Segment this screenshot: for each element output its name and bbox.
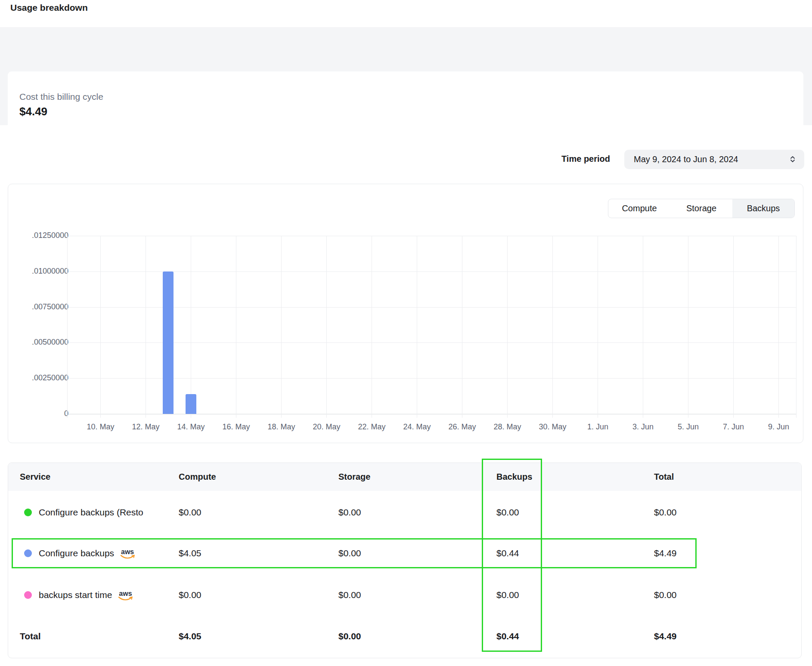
billing-cycle-card: Cost this billing cycle $4.49 <box>8 71 803 137</box>
y-axis-label: .00500000 <box>21 338 68 347</box>
cost-cell-compute: $0.00 <box>179 590 201 600</box>
usage-bar-13-May[interactable] <box>163 271 174 414</box>
series-color-dot <box>24 509 32 516</box>
x-axis-label: 20. May <box>304 422 349 432</box>
total-cell-total: $4.49 <box>654 631 677 641</box>
tab-compute[interactable]: Compute <box>608 199 670 218</box>
gridline-x-4 <box>281 236 282 418</box>
time-period-select[interactable]: May 9, 2024 to Jun 8, 2024 <box>624 150 804 169</box>
usage-chart-card: ComputeStorageBackups .01250000.01000000… <box>8 184 803 443</box>
gridline-x-8 <box>462 236 462 418</box>
gridline-x-11 <box>598 236 598 418</box>
gridline-x-1 <box>146 236 146 418</box>
x-axis-label: 1. Jun <box>575 422 620 432</box>
column-header-service: Service <box>20 463 50 491</box>
y-axis-label: 0 <box>21 409 68 418</box>
total-cell-storage: $0.00 <box>338 631 361 641</box>
plot-right-edge <box>796 236 797 418</box>
gridline-x-7 <box>417 236 417 418</box>
column-header-compute: Compute <box>179 463 216 491</box>
gridline-x-15 <box>778 236 779 418</box>
usage-bar-14-May[interactable] <box>186 394 196 414</box>
tab-backups[interactable]: Backups <box>732 199 794 218</box>
y-axis-label: .00250000 <box>21 373 68 382</box>
gridline-x-12 <box>643 236 643 418</box>
chevron-up-down-icon <box>788 154 797 166</box>
billing-cycle-label: Cost this billing cycle <box>19 92 103 102</box>
table-header-row: ServiceComputeStorageBackupsTotal <box>8 463 801 491</box>
gridline-x-0 <box>100 236 101 418</box>
service-cell: backups start timeaws <box>24 590 133 600</box>
time-period-value: May 9, 2024 to Jun 8, 2024 <box>634 150 738 169</box>
x-axis-label: 28. May <box>485 422 530 432</box>
x-axis-label: 10. May <box>78 422 123 432</box>
y-axis-label: .01250000 <box>21 231 68 240</box>
service-name: backups start time <box>39 590 112 600</box>
billing-cycle-amount: $4.49 <box>19 105 47 118</box>
usage-breakdown-page: Usage breakdown Cost this billing cycle … <box>0 0 812 666</box>
gridline-y-0 <box>67 414 796 414</box>
cost-cell-total: $0.00 <box>654 507 677 518</box>
x-axis-label: 26. May <box>440 422 485 432</box>
gridline-y-0.01 <box>67 271 796 272</box>
x-axis-label: 18. May <box>259 422 304 432</box>
column-header-total: Total <box>654 463 674 491</box>
gridline-y-0.0125 <box>67 236 796 236</box>
y-axis-label: .01000000 <box>21 267 68 276</box>
cost-cell-storage: $0.00 <box>338 507 361 518</box>
x-axis-label: 24. May <box>394 422 440 432</box>
x-axis-label: 3. Jun <box>620 422 666 432</box>
gridline-x-13 <box>688 236 688 418</box>
service-name: Configure backups (Resto <box>39 507 143 518</box>
billing-summary-section: Cost this billing cycle $4.49 <box>0 27 812 125</box>
y-axis-label: .00750000 <box>21 302 68 311</box>
time-period-label: Time period <box>530 154 610 164</box>
aws-logo-icon: aws <box>118 591 133 601</box>
gridline-x-3 <box>236 236 236 418</box>
service-cell: Configure backups (Resto <box>24 507 143 518</box>
x-axis-label: 9. Jun <box>756 422 801 432</box>
x-axis-label: 16. May <box>214 422 259 432</box>
cost-cell-storage: $0.00 <box>338 590 361 600</box>
x-axis-label: 22. May <box>349 422 394 432</box>
cost-cell-total: $0.00 <box>654 590 677 600</box>
series-color-dot <box>24 591 32 599</box>
gridline-y-0.0075 <box>67 307 796 308</box>
gridline-x-9 <box>507 236 508 418</box>
gridline-x-6 <box>372 236 372 418</box>
cost-cell-compute: $0.00 <box>179 507 201 518</box>
gridline-y-0.005 <box>67 342 796 343</box>
gridline-x-10 <box>552 236 553 418</box>
gridline-x-2 <box>191 236 191 418</box>
x-axis-label: 7. Jun <box>711 422 756 432</box>
chart-metric-tabs: ComputeStorageBackups <box>608 199 795 218</box>
total-cell-compute: $4.05 <box>179 631 201 641</box>
gridline-x-14 <box>733 236 734 418</box>
column-header-storage: Storage <box>338 463 370 491</box>
gridline-y-0.0025 <box>67 378 796 379</box>
x-axis-label: 30. May <box>530 422 575 432</box>
gridline-x-5 <box>326 236 327 418</box>
configure-backups-row-highlight-box <box>12 538 697 568</box>
tab-storage[interactable]: Storage <box>670 199 732 218</box>
plot-left-edge <box>67 236 68 418</box>
x-axis-label: 12. May <box>123 422 168 432</box>
total-row-label: Total <box>20 631 41 641</box>
x-axis-label: 14. May <box>168 422 214 432</box>
page-title: Usage breakdown <box>10 3 88 13</box>
x-axis-label: 5. Jun <box>666 422 711 432</box>
